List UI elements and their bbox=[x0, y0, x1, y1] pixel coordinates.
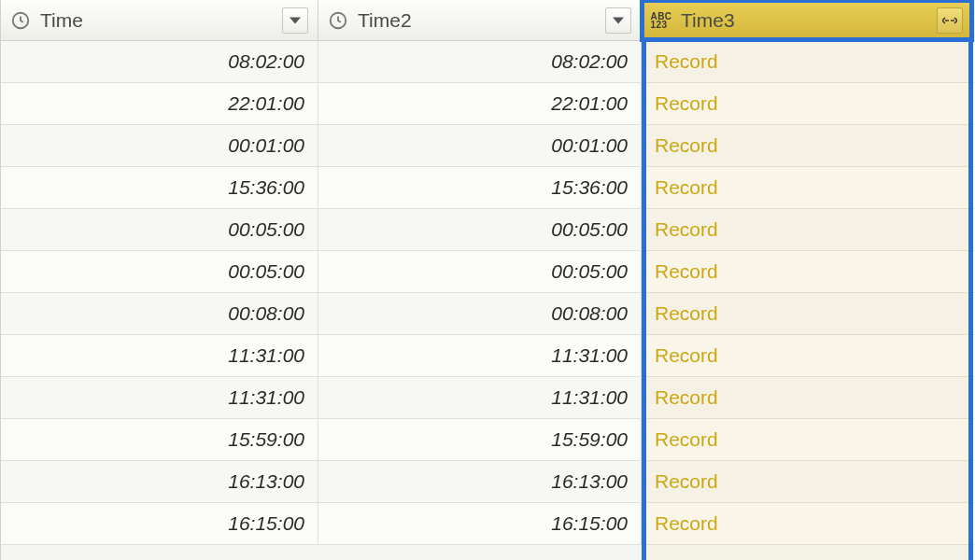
data-grid: Time Time2 ABC123 Time3 bbox=[0, 0, 975, 560]
cell-time3-record[interactable]: Record bbox=[642, 125, 972, 166]
cell-time2[interactable]: 11:31:00 bbox=[318, 335, 642, 376]
clock-icon bbox=[10, 10, 31, 31]
table-row[interactable]: 15:36:0015:36:00Record bbox=[1, 167, 975, 209]
cell-time3-record[interactable]: Record bbox=[642, 461, 972, 502]
cell-time3-record[interactable]: Record bbox=[642, 209, 972, 250]
cell-time2[interactable]: 16:15:00 bbox=[318, 503, 642, 544]
column-header-time[interactable]: Time bbox=[1, 0, 318, 40]
cell-time2[interactable]: 00:08:00 bbox=[318, 293, 642, 334]
column-header-label: Time bbox=[40, 9, 273, 32]
cell-time[interactable]: 15:59:00 bbox=[1, 419, 318, 460]
cell-time2[interactable]: 15:36:00 bbox=[318, 167, 642, 208]
cell-time3-record[interactable]: Record bbox=[642, 293, 972, 334]
table-row[interactable]: 08:02:0008:02:00Record bbox=[1, 41, 975, 83]
cell-time3-record[interactable]: Record bbox=[642, 41, 972, 82]
table-row[interactable]: 15:59:0015:59:00Record bbox=[1, 419, 975, 461]
table-row[interactable]: 11:31:0011:31:00Record bbox=[1, 377, 975, 419]
column-header-row: Time Time2 ABC123 Time3 bbox=[1, 0, 975, 41]
column-header-label: Time2 bbox=[358, 9, 596, 32]
cell-time3-record[interactable]: Record bbox=[642, 335, 972, 376]
cell-time[interactable]: 08:02:00 bbox=[1, 41, 318, 82]
cell-time[interactable]: 11:31:00 bbox=[1, 377, 318, 418]
cell-time[interactable]: 11:31:00 bbox=[1, 335, 318, 376]
cell-time[interactable]: 16:13:00 bbox=[1, 461, 318, 502]
column-header-label: Time3 bbox=[681, 9, 927, 32]
column-header-time2[interactable]: Time2 bbox=[318, 0, 642, 40]
cell-time3-record[interactable]: Record bbox=[642, 167, 972, 208]
table-row[interactable]: 00:08:0000:08:00Record bbox=[1, 293, 975, 335]
expand-record-button[interactable] bbox=[937, 7, 963, 34]
cell-time[interactable]: 00:05:00 bbox=[1, 251, 318, 292]
cell-time3-record[interactable]: Record bbox=[642, 251, 972, 292]
cell-time[interactable]: 22:01:00 bbox=[1, 83, 318, 124]
table-row[interactable]: 16:15:0016:15:00Record bbox=[1, 503, 975, 545]
cell-time2[interactable]: 00:05:00 bbox=[318, 209, 642, 250]
cell-time3-record[interactable]: Record bbox=[642, 377, 972, 418]
clock-icon bbox=[328, 10, 348, 31]
table-row[interactable]: 11:31:0011:31:00Record bbox=[1, 335, 975, 377]
cell-time2[interactable]: 16:13:00 bbox=[318, 461, 642, 502]
cell-time2[interactable]: 22:01:00 bbox=[318, 83, 642, 124]
cell-time2[interactable]: 08:02:00 bbox=[318, 41, 642, 82]
cell-time2[interactable]: 00:01:00 bbox=[318, 125, 642, 166]
grid-body: 08:02:0008:02:00Record22:01:0022:01:00Re… bbox=[1, 41, 975, 545]
cell-time[interactable]: 16:15:00 bbox=[1, 503, 318, 544]
cell-time3-record[interactable]: Record bbox=[642, 503, 972, 544]
cell-time[interactable]: 00:01:00 bbox=[1, 125, 318, 166]
column-header-time3[interactable]: ABC123 Time3 bbox=[642, 0, 972, 40]
cell-time2[interactable]: 00:05:00 bbox=[318, 251, 642, 292]
cell-time[interactable]: 15:36:00 bbox=[1, 167, 318, 208]
column-filter-button[interactable] bbox=[282, 7, 308, 34]
cell-time3-record[interactable]: Record bbox=[642, 83, 972, 124]
cell-time[interactable]: 00:05:00 bbox=[1, 209, 318, 250]
cell-time[interactable]: 00:08:00 bbox=[1, 293, 318, 334]
cell-time3-record[interactable]: Record bbox=[642, 419, 972, 460]
cell-time2[interactable]: 11:31:00 bbox=[318, 377, 642, 418]
any-type-icon: ABC123 bbox=[651, 10, 671, 31]
table-row[interactable]: 00:05:0000:05:00Record bbox=[1, 251, 975, 293]
table-row[interactable]: 00:01:0000:01:00Record bbox=[1, 125, 975, 167]
table-row[interactable]: 16:13:0016:13:00Record bbox=[1, 461, 975, 503]
table-row[interactable]: 00:05:0000:05:00Record bbox=[1, 209, 975, 251]
column-filter-button[interactable] bbox=[605, 7, 631, 34]
cell-time2[interactable]: 15:59:00 bbox=[318, 419, 642, 460]
table-row[interactable]: 22:01:0022:01:00Record bbox=[1, 83, 975, 125]
